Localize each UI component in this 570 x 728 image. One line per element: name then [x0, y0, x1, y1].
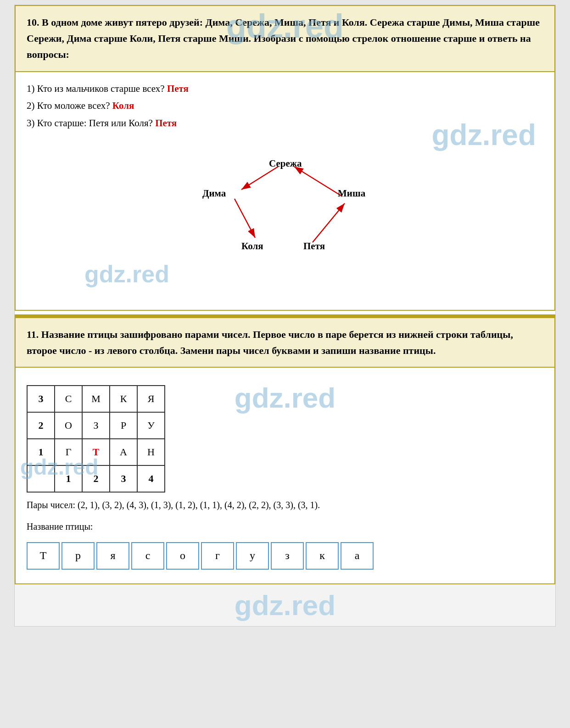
- a1-text: Петя: [167, 83, 189, 94]
- question-3: 3) Кто старше: Петя или Коля? Петя: [27, 115, 543, 132]
- answer-box-9: к: [306, 542, 339, 570]
- answer-box-5: о: [166, 542, 199, 570]
- table-row: 3 С М К Я: [27, 386, 165, 412]
- table-row: 1 Г Т А Н: [27, 439, 165, 465]
- answer-box-3: я: [96, 542, 129, 570]
- cipher-table: 3 С М К Я 2 О З Р У 1 Г Т А: [27, 385, 165, 493]
- col-header-3: 3: [110, 465, 137, 492]
- cell-3-2: М: [82, 386, 110, 412]
- cell-1-4: Н: [137, 439, 165, 465]
- node-seryozha: Сережа: [269, 155, 302, 173]
- cell-1-2: Т: [82, 439, 110, 465]
- node-dima: Дима: [202, 185, 226, 202]
- cell-2-2: З: [82, 412, 110, 439]
- answer-boxes-container: Т р я с о г у з к а: [27, 542, 543, 570]
- answer-box-1: Т: [27, 542, 60, 570]
- a2-text: Коля: [112, 100, 134, 111]
- problem-10-body: 1) Кто из мальчиков старше всех? Петя 2)…: [15, 72, 555, 311]
- answer-box-8: з: [271, 542, 304, 570]
- corner-cell: [27, 465, 55, 492]
- question-2: 2) Кто моложе всех? Коля: [27, 97, 543, 115]
- answer-box-2: р: [61, 542, 95, 570]
- a3-text: Петя: [155, 118, 177, 129]
- col-header-4: 4: [137, 465, 165, 492]
- table-row-col-headers: 1 2 3 4: [27, 465, 165, 492]
- svg-line-1: [313, 203, 345, 242]
- cell-3-3: К: [110, 386, 137, 412]
- col-header-1: 1: [55, 465, 82, 492]
- node-petya: Петя: [303, 238, 325, 255]
- cell-2-1: О: [55, 412, 82, 439]
- bird-label: Название птицы:: [27, 518, 543, 535]
- problem-10-text: 10. В одном доме живут пятеро друзей: Ди…: [27, 17, 540, 60]
- question-1: 1) Кто из мальчиков старше всех? Петя: [27, 80, 543, 98]
- q2-text: 2) Кто моложе всех?: [27, 100, 110, 111]
- node-kolya: Коля: [241, 238, 263, 255]
- table-row: 2 О З Р У: [27, 412, 165, 439]
- watermark-diagram: gdz.red: [84, 253, 169, 296]
- answer-box-4: с: [131, 542, 164, 570]
- problem-11-body: gdz.red 3 С М К Я 2 О З Р У: [15, 368, 555, 584]
- page: gdz.red 10. В одном доме живут пятеро др…: [14, 5, 556, 627]
- row-header-1: 1: [27, 439, 55, 465]
- cell-2-3: Р: [110, 412, 137, 439]
- col-header-2: 2: [82, 465, 110, 492]
- answer-box-6: г: [201, 542, 234, 570]
- svg-line-4: [235, 199, 255, 238]
- node-misha: Миша: [338, 185, 365, 202]
- answer-box-10: а: [341, 542, 374, 570]
- diagram-area: Сережа Дима Миша Коля Петя: [170, 141, 400, 270]
- row-header-3: 3: [27, 386, 55, 412]
- problem-11-text: 11. Название птицы зашифровано парами чи…: [27, 329, 513, 356]
- problem-10-header: 10. В одном доме живут пятеро друзей: Ди…: [15, 5, 555, 72]
- cell-1-3: А: [110, 439, 137, 465]
- watermark-p11: gdz.red: [235, 372, 335, 424]
- cell-3-4: Я: [137, 386, 165, 412]
- cell-1-1: Г: [55, 439, 82, 465]
- q3-text: 3) Кто старше: Петя или Коля?: [27, 118, 153, 129]
- watermark-final: gdz.red: [15, 584, 555, 626]
- problem-11-header: 11. Название птицы зашифровано парами чи…: [15, 314, 555, 368]
- cell-2-4: У: [137, 412, 165, 439]
- q1-text: 1) Кто из мальчиков старше всех?: [27, 83, 165, 94]
- answer-box-7: у: [236, 542, 269, 570]
- row-header-2: 2: [27, 412, 55, 439]
- pairs-text: Пары чисел: (2, 1), (3, 2), (4, 3), (1, …: [27, 497, 543, 513]
- cell-3-1: С: [55, 386, 82, 412]
